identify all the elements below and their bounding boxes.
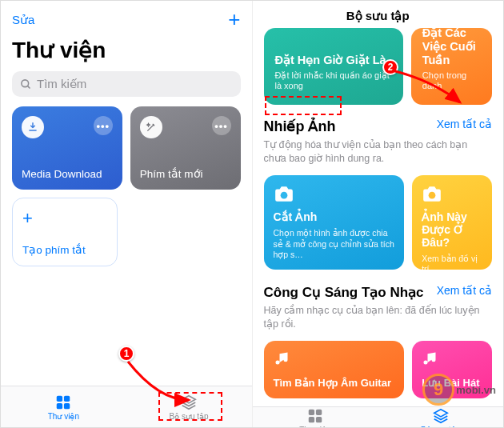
library-grid-icon: [306, 407, 324, 425]
search-icon: [20, 78, 32, 90]
shortcut-card-new[interactable]: ••• Phím tắt mới: [130, 106, 241, 190]
card-title: Tìm Bản Hợp Âm Guitar: [274, 377, 395, 389]
library-grid-icon: [54, 394, 72, 411]
music-note-icon: [274, 350, 395, 370]
svg-point-7: [280, 192, 287, 199]
camera-icon: [422, 185, 482, 206]
section-desc-music: Hãy cầm nhạc cụ của bạn lên: đã đến lúc …: [264, 304, 493, 331]
tab-bar: Thư viện Bộ sưu tập: [253, 406, 504, 428]
edit-button[interactable]: Sửa: [12, 13, 34, 27]
tab-bar: Thư viện Bộ sưu tập: [1, 386, 252, 427]
plus-icon: +: [22, 208, 107, 229]
download-icon: [22, 116, 44, 138]
wand-icon: [140, 116, 162, 138]
svg-rect-11: [309, 416, 314, 422]
create-shortcut-label: Tạo phím tắt: [22, 243, 107, 256]
music-note-icon: [422, 350, 482, 370]
section-title-photo: Nhiếp Ảnh: [264, 118, 336, 135]
gallery-stack-icon: [180, 394, 198, 411]
hero-card-weekend[interactable]: Đặt Các Việc Cuối Tuần Chọn trong danh: [411, 28, 492, 105]
tab-gallery[interactable]: Bộ sưu tập: [126, 386, 252, 427]
svg-rect-9: [309, 409, 314, 414]
svg-rect-4: [64, 395, 70, 401]
svg-rect-12: [316, 416, 322, 422]
svg-rect-3: [57, 395, 62, 401]
gallery-stack-icon: [432, 407, 450, 425]
card-subtitle: Xem bản đồ vị trí: [422, 254, 482, 274]
hero-title: Đặt Các Việc Cuối Tuần: [422, 26, 481, 66]
svg-rect-5: [57, 402, 62, 408]
photo-card-crop[interactable]: Cắt Ảnh Chọn một hình ảnh được chia sẻ &…: [264, 175, 405, 270]
search-input[interactable]: Tìm kiếm: [12, 71, 241, 97]
tab-library[interactable]: Thư viện: [253, 407, 378, 428]
card-subtitle: Chọn một hình ảnh được chia sẻ & mở công…: [274, 228, 395, 259]
gallery-header-title: Bộ sưu tập: [253, 1, 504, 28]
library-screen: Sửa + Thư viện Tìm kiếm ••• Media Downlo…: [1, 1, 253, 427]
card-more-icon[interactable]: •••: [94, 116, 113, 135]
card-more-icon[interactable]: •••: [212, 116, 231, 135]
hero-subtitle: Đặt lời nhắc khi quần áo giặt là xong: [275, 70, 392, 93]
nav-bar: Sửa +: [1, 1, 252, 35]
hero-card-laundry[interactable]: Đặt Hẹn Giờ Giặt Là Đặt lời nhắc khi quầ…: [264, 28, 403, 105]
search-placeholder: Tìm kiếm: [37, 77, 86, 91]
card-label: Media Download: [22, 168, 113, 180]
see-all-photo[interactable]: Xem tất cả: [437, 118, 492, 130]
create-shortcut-button[interactable]: + Tạo phím tắt: [12, 198, 118, 266]
tab-library[interactable]: Thư viện: [1, 386, 126, 427]
card-label: Phím tắt mới: [140, 167, 231, 180]
camera-icon: [274, 185, 395, 206]
section-title-music: Công Cụ Sáng Tạo Nhạc: [264, 284, 424, 301]
card-title: Cắt Ảnh: [274, 210, 395, 223]
svg-point-0: [22, 79, 29, 86]
hero-title: Đặt Hẹn Giờ Giặt Là: [275, 54, 392, 67]
page-title: Thư viện: [1, 35, 252, 71]
add-button[interactable]: +: [228, 7, 240, 32]
hero-subtitle: Chọn trong danh: [422, 70, 481, 93]
svg-rect-10: [316, 409, 322, 414]
tab-gallery[interactable]: Bộ sưu tập: [378, 407, 503, 428]
section-desc-photo: Tự động hóa thư viện của bạn theo cách b…: [264, 138, 493, 166]
svg-rect-6: [64, 402, 70, 408]
svg-line-1: [27, 86, 30, 88]
gallery-screen: Bộ sưu tập Đặt Hẹn Giờ Giặt Là Đặt lời n…: [253, 1, 504, 427]
see-all-music[interactable]: Xem tất cả: [437, 284, 492, 297]
music-card-save[interactable]: Lưu Bài Hát: [412, 341, 492, 398]
svg-point-8: [429, 192, 436, 199]
card-title: Ảnh Này Được Ở Đâu?: [422, 210, 482, 249]
music-card-chord[interactable]: Tìm Bản Hợp Âm Guitar: [264, 341, 405, 398]
card-title: Lưu Bài Hát: [422, 377, 482, 389]
photo-card-where[interactable]: Ảnh Này Được Ở Đâu? Xem bản đồ vị trí: [412, 175, 492, 270]
shortcut-card-media-download[interactable]: ••• Media Download: [12, 106, 122, 190]
